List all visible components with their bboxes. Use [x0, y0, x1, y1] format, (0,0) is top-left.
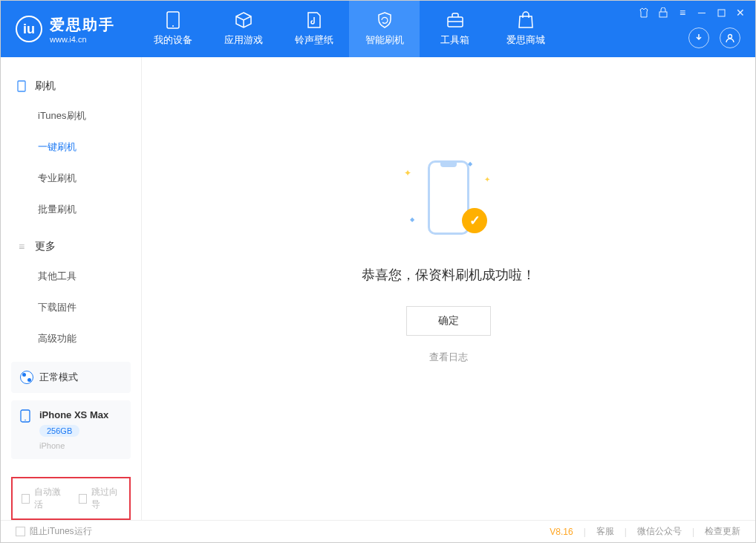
auto-activate-checkbox[interactable]: 自动激活 — [22, 486, 64, 511]
version-label: V8.16 — [550, 527, 573, 537]
toolbox-icon — [446, 11, 464, 29]
options-highlight-box: 自动激活 跳过向导 — [11, 477, 131, 520]
sidebar: 刷机 iTunes刷机 一键刷机 专业刷机 批量刷机 ≡ 更多 其他工具 下载固… — [1, 57, 142, 520]
sidebar-item-advanced[interactable]: 高级功能 — [1, 323, 141, 354]
sidebar-item-oneclick-flash[interactable]: 一键刷机 — [1, 131, 141, 163]
statusbar: 阻止iTunes运行 V8.16 | 客服 | 微信公众号 | 检查更新 — [1, 520, 755, 542]
nav-store[interactable]: 爱思商城 — [490, 1, 561, 57]
main-content: ✓ ✦ ◆ ✦ ◆ 恭喜您，保资料刷机成功啦！ 确定 查看日志 — [142, 57, 755, 520]
svg-point-6 — [729, 35, 732, 39]
device-storage: 256GB — [39, 425, 79, 437]
nav-apps-games[interactable]: 应用游戏 — [208, 1, 278, 57]
checkbox-icon — [79, 494, 87, 504]
nav-my-device[interactable]: 我的设备 — [137, 1, 208, 57]
support-link[interactable]: 客服 — [596, 525, 614, 538]
nav-toolbox[interactable]: 工具箱 — [420, 1, 490, 57]
list-icon: ≡ — [16, 241, 27, 253]
bag-icon — [517, 11, 535, 29]
confirm-button[interactable]: 确定 — [406, 306, 491, 336]
svg-point-9 — [25, 420, 26, 421]
skip-guide-checkbox[interactable]: 跳过向导 — [79, 486, 121, 511]
sidebar-item-itunes-flash[interactable]: iTunes刷机 — [1, 100, 141, 131]
device-mode-label: 正常模式 — [39, 371, 78, 384]
app-logo[interactable]: iu 爱思助手 www.i4.cn — [1, 15, 130, 44]
checkbox-icon — [22, 494, 30, 504]
window-controls: ≡ ─ ✕ — [638, 7, 746, 19]
check-update-link[interactable]: 检查更新 — [705, 525, 740, 538]
music-file-icon — [305, 11, 323, 29]
check-badge-icon: ✓ — [462, 208, 487, 233]
minimize-button[interactable]: ─ — [696, 7, 708, 19]
sidebar-item-pro-flash[interactable]: 专业刷机 — [1, 163, 141, 194]
top-nav: 我的设备 应用游戏 铃声壁纸 智能刷机 工具箱 爱思商城 — [137, 1, 561, 57]
header-right-buttons — [688, 27, 740, 48]
mode-icon — [20, 371, 33, 384]
svg-rect-4 — [659, 12, 667, 17]
svg-point-1 — [172, 25, 174, 27]
close-button[interactable]: ✕ — [734, 7, 746, 19]
nav-ringtones[interactable]: 铃声壁纸 — [278, 1, 349, 57]
device-mode-box[interactable]: 正常模式 — [11, 362, 131, 393]
device-icon — [16, 80, 27, 92]
svg-rect-7 — [18, 81, 25, 91]
download-button[interactable] — [688, 27, 709, 48]
checkbox-icon — [16, 527, 25, 536]
sidebar-item-other-tools[interactable]: 其他工具 — [1, 261, 141, 292]
sidebar-section-more[interactable]: ≡ 更多 — [1, 233, 141, 261]
shield-refresh-icon — [376, 11, 394, 29]
shirt-icon[interactable] — [638, 7, 650, 19]
device-name: iPhone XS Max — [39, 409, 108, 420]
device-box[interactable]: iPhone XS Max 256GB iPhone — [11, 400, 131, 459]
svg-rect-5 — [718, 10, 725, 16]
success-message: 恭喜您，保资料刷机成功啦！ — [362, 266, 535, 284]
user-button[interactable] — [720, 27, 740, 48]
view-log-link[interactable]: 查看日志 — [429, 351, 468, 364]
sidebar-item-batch-flash[interactable]: 批量刷机 — [1, 194, 141, 225]
menu-icon[interactable]: ≡ — [677, 7, 688, 19]
app-url: www.i4.cn — [50, 35, 115, 44]
maximize-button[interactable] — [715, 7, 727, 19]
nav-smart-flash[interactable]: 智能刷机 — [349, 1, 420, 57]
success-illustration: ✓ ✦ ◆ ✦ ◆ — [397, 155, 501, 244]
header: iu 爱思助手 www.i4.cn 我的设备 应用游戏 铃声壁纸 智能刷机 工具… — [1, 1, 755, 57]
cube-icon — [235, 11, 252, 29]
app-title: 爱思助手 — [50, 15, 115, 35]
device-type: iPhone — [39, 441, 108, 450]
sidebar-section-flash[interactable]: 刷机 — [1, 72, 141, 100]
phone-small-icon — [20, 409, 33, 423]
logo-icon: iu — [16, 16, 42, 42]
sidebar-item-download-firmware[interactable]: 下载固件 — [1, 292, 141, 323]
wechat-link[interactable]: 微信公众号 — [637, 525, 682, 538]
phone-icon — [164, 11, 182, 29]
lock-icon[interactable] — [657, 7, 669, 19]
block-itunes-checkbox[interactable]: 阻止iTunes运行 — [16, 525, 92, 538]
